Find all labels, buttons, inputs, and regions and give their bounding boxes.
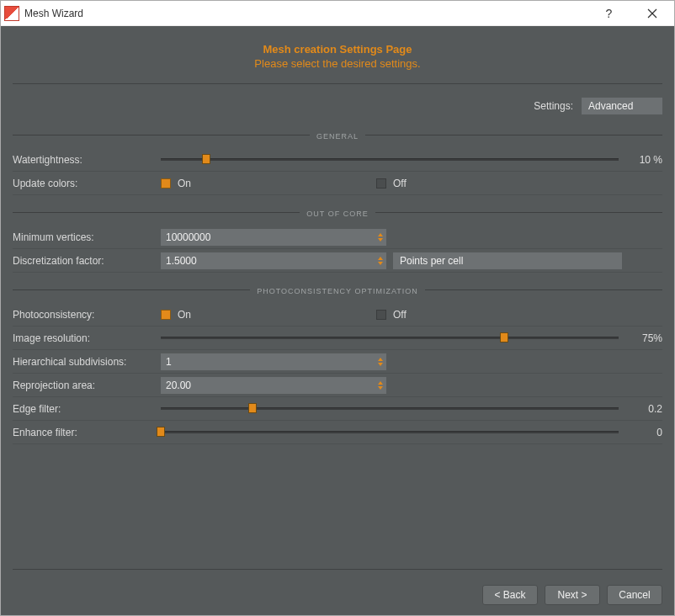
min-vertices-input[interactable]: 10000000 [161,229,386,246]
wizard-window: Mesh Wizard ? Mesh creation Settings Pag… [0,0,675,616]
app-icon [4,6,19,21]
discretization-input[interactable]: 1.5000 [161,252,386,269]
reproj-value: 20.00 [166,380,191,391]
spin-up-icon[interactable] [378,381,383,385]
cancel-button[interactable]: Cancel [607,585,662,605]
window-title: Mesh Wizard [24,8,590,19]
page-title: Mesh creation Settings Page [13,43,662,56]
section-general: GENERAL [13,130,662,140]
min-vertices-value: 10000000 [166,231,210,243]
page-header: Mesh creation Settings Page Please selec… [13,35,662,80]
photoconsistency-off[interactable]: Off [376,309,407,321]
photoconsistency-label: Photoconsistency: [13,309,152,321]
enhance-filter-slider[interactable] [161,426,619,439]
help-button[interactable]: ? [590,2,628,25]
section-photo: PHOTOCONSISTENCY OPTIMIZATION [13,284,662,295]
client-area: Mesh creation Settings Page Please selec… [1,26,674,615]
page-subtitle: Please select the desired settings. [13,57,662,70]
radio-off-label: Off [393,309,407,321]
section-photo-label: PHOTOCONSISTENCY OPTIMIZATION [250,287,425,295]
radio-off-label: Off [393,178,407,189]
discretization-label: Discretization factor: [13,255,152,267]
update-colors-label: Update colors: [13,178,152,189]
edge-filter-slider[interactable] [161,402,619,416]
enhance-filter-value: 0 [625,427,662,438]
points-per-cell-value: Points per cell [400,255,463,267]
close-icon [647,8,657,19]
min-vertices-label: Minimum vertices: [13,231,152,243]
min-vertices-row: Minimum vertices: 10000000 [13,226,662,249]
settings-label: Settings: [534,100,573,112]
image-resolution-label: Image resolution: [13,332,152,344]
hierarchical-subdivisions-row: Hierarchical subdivisions: 1 [13,350,662,374]
section-ooc-label: OUT OF CORE [300,210,375,218]
hier-input[interactable]: 1 [161,353,386,370]
spin-up-icon[interactable] [378,233,383,236]
section-general-label: GENERAL [310,132,365,141]
update-colors-row: Update colors: On Off [13,172,662,195]
update-colors-on[interactable]: On [161,178,191,189]
image-resolution-value: 75% [625,332,662,344]
points-per-cell-field[interactable]: Points per cell [393,252,622,269]
edge-filter-label: Edge filter: [13,403,152,415]
watertightness-slider[interactable] [161,153,619,167]
spin-down-icon[interactable] [378,262,383,265]
reproj-label: Reprojection area: [13,380,152,391]
watertightness-row: Watertightness: 10 % [13,148,662,172]
edge-filter-value: 0.2 [625,403,662,415]
edge-filter-row: Edge filter: 0.2 [13,397,662,421]
divider [13,83,662,84]
watertightness-value: 10 % [625,154,662,166]
next-button[interactable]: Next > [545,585,600,605]
settings-mode-dropdown[interactable]: Advanced [582,98,662,114]
enhance-filter-row: Enhance filter: 0 [13,421,662,444]
settings-mode-row: Settings: Advanced [13,91,662,126]
discretization-value: 1.5000 [166,255,197,267]
close-button[interactable] [633,2,671,25]
spin-down-icon[interactable] [378,386,383,390]
reprojection-area-row: Reprojection area: 20.00 [13,374,662,397]
watertightness-label: Watertightness: [13,154,152,166]
footer-divider [13,569,662,570]
back-button[interactable]: < Back [482,585,538,605]
radio-on-label: On [178,178,191,189]
update-colors-off[interactable]: Off [376,178,407,189]
image-resolution-row: Image resolution: 75% [13,327,662,350]
enhance-filter-label: Enhance filter: [13,427,152,438]
image-resolution-slider[interactable] [161,332,619,345]
spin-up-icon[interactable] [378,257,383,260]
hier-value: 1 [166,356,172,368]
discretization-row: Discretization factor: 1.5000 Points per… [13,249,662,273]
titlebar: Mesh Wizard ? [1,1,674,26]
photoconsistency-row: Photoconsistency: On Off [13,303,662,327]
wizard-footer: < Back Next > Cancel [13,576,662,605]
settings-mode-value: Advanced [588,100,633,112]
spin-up-icon[interactable] [378,358,383,361]
hier-label: Hierarchical subdivisions: [13,356,152,368]
spin-down-icon[interactable] [378,363,383,366]
spin-down-icon[interactable] [378,238,383,242]
radio-on-label: On [178,309,191,321]
section-out-of-core: OUT OF CORE [13,207,662,217]
reproj-input[interactable]: 20.00 [161,377,386,394]
photoconsistency-on[interactable]: On [161,309,191,321]
